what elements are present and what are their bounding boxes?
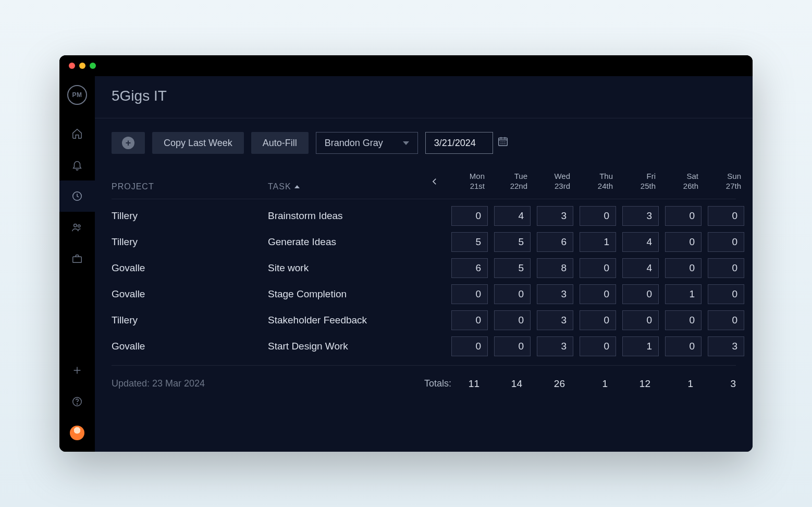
- hours-cell[interactable]: 0: [451, 284, 488, 304]
- user-select[interactable]: Brandon Gray: [316, 132, 418, 154]
- nav-help[interactable]: [59, 386, 95, 417]
- hours-cell[interactable]: 0: [580, 336, 616, 356]
- hours-cell[interactable]: 3: [537, 336, 573, 356]
- window-titlebar: [59, 55, 753, 76]
- hours-cell[interactable]: 0: [665, 336, 702, 356]
- project-cell: Govalle: [112, 341, 268, 352]
- updated-timestamp: Updated: 23 Mar 2024: [112, 378, 268, 389]
- hours-cell[interactable]: 3: [537, 206, 573, 226]
- plus-icon: [71, 365, 83, 376]
- hours-cell[interactable]: 0: [494, 336, 531, 356]
- hours-cell[interactable]: 5: [451, 232, 488, 252]
- briefcase-icon: [71, 253, 83, 264]
- hours-cell[interactable]: 0: [665, 232, 702, 252]
- hours-cell[interactable]: 5: [494, 232, 531, 252]
- pm-logo-icon: PM: [67, 85, 87, 105]
- timesheet-header-row: PROJECT TASK Mon21stTue22ndWed23rdThu24t…: [112, 160, 736, 199]
- auto-fill-button[interactable]: Auto-Fill: [251, 132, 309, 154]
- hours-cell[interactable]: 0: [494, 284, 531, 304]
- timesheet-rows: TilleryBrainstorm Ideas0430300TilleryGen…: [112, 199, 736, 358]
- help-icon: [71, 396, 83, 407]
- hours-cell[interactable]: 0: [580, 284, 616, 304]
- day-header: Sat26th: [659, 172, 702, 191]
- hours-cell[interactable]: 0: [622, 284, 659, 304]
- totals-label: Totals:: [424, 378, 445, 389]
- hours-cell[interactable]: 0: [580, 206, 616, 226]
- hours-cell[interactable]: 3: [537, 310, 573, 330]
- table-row: TilleryGenerate Ideas5561400: [112, 231, 736, 254]
- app-logo[interactable]: PM: [59, 79, 95, 111]
- window-fullscreen-button[interactable]: [90, 63, 96, 69]
- app-window: PM: [59, 55, 753, 452]
- total-cell: 14: [488, 378, 531, 390]
- hours-cell[interactable]: 0: [708, 206, 744, 226]
- nav-home[interactable]: [59, 118, 95, 149]
- task-cell: Site work: [268, 262, 424, 274]
- task-column-header[interactable]: TASK: [268, 182, 424, 191]
- sort-ascending-icon: [294, 185, 300, 188]
- day-header: Thu24th: [573, 172, 616, 191]
- hours-cell[interactable]: 1: [580, 232, 616, 252]
- nav-projects[interactable]: [59, 243, 95, 274]
- copy-last-week-button[interactable]: Copy Last Week: [152, 132, 244, 154]
- hours-cell[interactable]: 5: [494, 258, 531, 278]
- svg-point-2: [78, 225, 80, 227]
- hours-cell[interactable]: 0: [622, 310, 659, 330]
- hours-cell[interactable]: 4: [494, 206, 531, 226]
- toolbar: + Copy Last Week Auto-Fill Brandon Gray …: [95, 118, 753, 160]
- chevron-left-icon: [430, 177, 439, 186]
- hours-cell[interactable]: 3: [708, 336, 744, 356]
- hours-cell[interactable]: 0: [665, 206, 702, 226]
- avatar-icon: [70, 426, 84, 440]
- hours-cell[interactable]: 0: [494, 310, 531, 330]
- hours-cell[interactable]: 3: [537, 284, 573, 304]
- nav-notifications[interactable]: [59, 149, 95, 180]
- hours-cell[interactable]: 0: [665, 258, 702, 278]
- date-picker-input[interactable]: 3/21/2024: [425, 132, 493, 154]
- svg-point-1: [74, 224, 77, 227]
- day-header: Tue22nd: [488, 172, 531, 191]
- hours-cell[interactable]: 0: [451, 310, 488, 330]
- user-select-value: Brandon Gray: [325, 138, 383, 149]
- task-cell: Start Design Work: [268, 341, 424, 352]
- nav-timesheet[interactable]: [59, 180, 95, 212]
- hours-cell[interactable]: 0: [708, 284, 744, 304]
- hours-cell[interactable]: 0: [580, 258, 616, 278]
- task-cell: Stage Completion: [268, 288, 424, 300]
- left-sidebar: PM: [59, 76, 95, 452]
- window-close-button[interactable]: [69, 63, 75, 69]
- project-cell: Tillery: [112, 210, 268, 222]
- hours-cell[interactable]: 0: [451, 206, 488, 226]
- calendar-icon[interactable]: [497, 136, 509, 150]
- hours-cell[interactable]: 1: [622, 336, 659, 356]
- hours-cell[interactable]: 4: [622, 232, 659, 252]
- window-minimize-button[interactable]: [79, 63, 85, 69]
- hours-cell[interactable]: 0: [708, 310, 744, 330]
- hours-cell[interactable]: 8: [537, 258, 573, 278]
- nav-profile[interactable]: [59, 417, 95, 449]
- hours-cell[interactable]: 0: [451, 336, 488, 356]
- hours-cell[interactable]: 3: [622, 206, 659, 226]
- svg-point-5: [77, 404, 77, 404]
- project-column-header[interactable]: PROJECT: [112, 182, 268, 191]
- nav-team[interactable]: [59, 212, 95, 243]
- project-cell: Govalle: [112, 288, 268, 300]
- hours-cell[interactable]: 1: [665, 284, 702, 304]
- add-button[interactable]: +: [112, 132, 145, 154]
- task-cell: Stakeholder Feedback: [268, 315, 424, 326]
- nav-add[interactable]: [59, 355, 95, 386]
- hours-cell[interactable]: 0: [580, 310, 616, 330]
- project-cell: Govalle: [112, 262, 268, 274]
- people-icon: [71, 222, 83, 233]
- hours-cell[interactable]: 0: [665, 310, 702, 330]
- project-cell: Tillery: [112, 236, 268, 248]
- hours-cell[interactable]: 0: [708, 232, 744, 252]
- total-cell: 1: [659, 378, 702, 390]
- hours-cell[interactable]: 6: [451, 258, 488, 278]
- hours-cell[interactable]: 0: [708, 258, 744, 278]
- hours-cell[interactable]: 4: [622, 258, 659, 278]
- previous-week-button[interactable]: [424, 172, 445, 191]
- hours-cell[interactable]: 6: [537, 232, 573, 252]
- chevron-down-icon: [403, 141, 409, 145]
- task-cell: Generate Ideas: [268, 236, 424, 248]
